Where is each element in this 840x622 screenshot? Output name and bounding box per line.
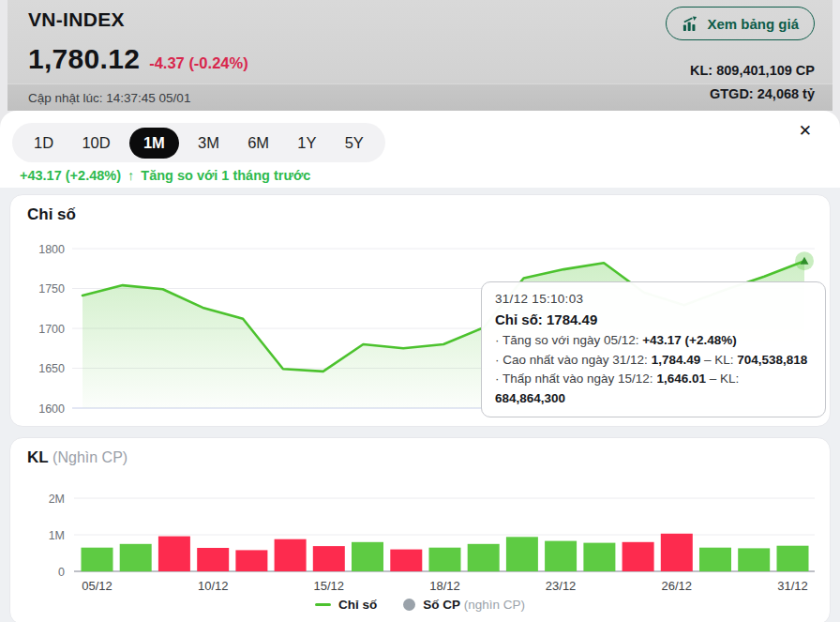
tab-5y[interactable]: 5Y (336, 128, 373, 159)
period-change-summary: +43.17 (+2.48%) ↑ Tăng so với 1 tháng tr… (20, 168, 310, 183)
tab-1m[interactable]: 1M (129, 128, 179, 159)
tooltip-timestamp: 31/12 15:10:03 (495, 290, 812, 310)
svg-text:1800: 1800 (38, 243, 65, 256)
index-chart-title: Chỉ số (27, 205, 76, 224)
svg-text:26/12: 26/12 (662, 579, 693, 593)
total-trade-value: GTGD: 24,068 tỷ (710, 86, 815, 101)
chart-panel-sheet: ✕ 1D 10D 1M 3M 6M 1Y 5Y +43.17 (+2.48%) … (0, 111, 840, 622)
index-change: -4.37 (-0.24%) (149, 54, 248, 72)
svg-text:1750: 1750 (38, 282, 65, 296)
svg-text:0: 0 (58, 566, 65, 579)
legend-volume: Số CP (nghìn CP) (403, 598, 525, 612)
index-header-banner: VN-INDEX 1,780.12 -4.37 (-0.24%) Cập nhậ… (8, 0, 832, 111)
chart-legend: Chỉ số Số CP (nghìn CP) (10, 598, 830, 612)
total-volume-value: KL: 809,401,109 CP (690, 63, 815, 78)
legend-index: Chỉ số (315, 598, 377, 612)
tab-10d[interactable]: 10D (72, 128, 119, 159)
svg-text:1650: 1650 (38, 362, 65, 375)
charts-zone: Chỉ số 18001750170016501600 31/12 15:10:… (0, 188, 840, 622)
svg-text:31/12: 31/12 (777, 579, 808, 593)
tooltip-row-low: · Thấp nhất vào ngày 15/12: 1,646.01 – K… (495, 370, 812, 408)
tab-1y[interactable]: 1Y (288, 128, 325, 159)
tooltip-row-change: · Tăng so với ngày 05/12: +43.17 (+2.48%… (495, 331, 812, 351)
updated-timestamp: Cập nhật lúc: 14:37:45 05/01 (28, 91, 190, 105)
svg-text:15/12: 15/12 (314, 579, 345, 593)
tooltip-row-high: · Cao nhất vào ngày 31/12: 1,784.49 – KL… (495, 351, 812, 371)
up-arrow-icon: ↑ (128, 168, 134, 183)
view-price-board-label: Xem bảng giá (707, 16, 799, 32)
price-row: 1,780.12 -4.37 (-0.24%) (28, 43, 248, 75)
volume-bar-chart[interactable]: 2M1M005/1210/1215/1218/1223/1226/1231/12 (10, 438, 830, 622)
close-icon[interactable]: ✕ (799, 123, 812, 139)
period-change-note: Tăng so với 1 tháng trước (141, 168, 310, 183)
index-title: VN-INDEX (28, 8, 125, 31)
chart-tooltip: 31/12 15:10:03 Chỉ số: 1784.49 · Tăng so… (481, 281, 826, 417)
svg-text:2M: 2M (49, 493, 65, 506)
tooltip-index-value: Chỉ số: 1784.49 (495, 311, 812, 330)
period-tabbar: 1D 10D 1M 3M 6M 1Y 5Y (12, 123, 385, 162)
index-chart-card: Chỉ số 18001750170016501600 31/12 15:10:… (9, 194, 831, 427)
line-swatch-icon (315, 603, 331, 607)
svg-text:1M: 1M (49, 529, 65, 542)
tab-3m[interactable]: 3M (188, 128, 229, 159)
tab-1d[interactable]: 1D (24, 128, 63, 159)
index-price: 1,780.12 (28, 43, 140, 75)
volume-chart-card: KL (Nghìn CP) 2M1M005/1210/1215/1218/122… (9, 437, 831, 622)
legend-volume-label: Số CP (nghìn CP) (423, 598, 525, 612)
dot-swatch-icon (403, 599, 415, 611)
svg-text:05/12: 05/12 (82, 579, 112, 593)
view-price-board-button[interactable]: Xem bảng giá (666, 7, 815, 40)
chart-growth-icon (682, 15, 699, 33)
tab-6m[interactable]: 6M (238, 128, 278, 159)
svg-text:23/12: 23/12 (546, 579, 577, 593)
svg-text:10/12: 10/12 (198, 579, 229, 593)
svg-text:18/12: 18/12 (429, 579, 460, 593)
volume-chart-title: KL (Nghìn CP) (27, 448, 128, 467)
svg-text:1700: 1700 (38, 323, 65, 336)
svg-text:1600: 1600 (38, 402, 65, 416)
period-change-value: +43.17 (+2.48%) (20, 168, 121, 183)
